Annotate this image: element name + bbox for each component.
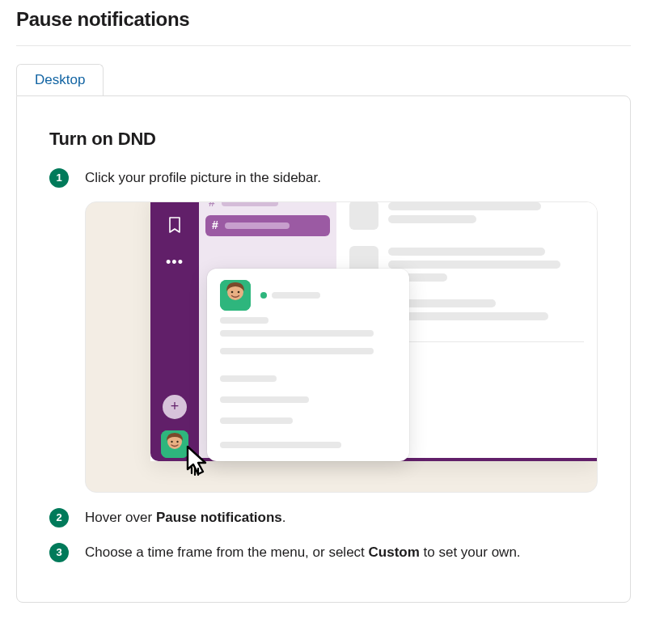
popover-avatar: [220, 280, 251, 311]
step-2-suffix: .: [282, 510, 286, 525]
step-2: Hover over Pause notifications.: [49, 507, 598, 528]
svg-point-3: [176, 440, 178, 442]
step-3: Choose a time frame from the menu, or se…: [49, 542, 598, 563]
content-panel: Turn on DND Click your profile picture i…: [16, 95, 631, 603]
section-title: Turn on DND: [49, 129, 598, 150]
hash-icon: #: [209, 201, 215, 212]
channel-item: #: [199, 201, 336, 214]
channel-item-selected: #: [205, 215, 330, 236]
bookmark-icon: [167, 217, 183, 233]
step-3-prefix: Choose a time frame from the menu, or se…: [85, 544, 369, 560]
svg-rect-4: [167, 450, 182, 458]
cursor-icon: [183, 443, 218, 485]
add-workspace-button: +: [163, 395, 187, 419]
step-1: Click your profile picture in the sideba…: [49, 167, 598, 493]
step-1-text: Click your profile picture in the sideba…: [85, 170, 321, 185]
svg-rect-9: [227, 302, 243, 311]
steps-list: Click your profile picture in the sideba…: [49, 167, 598, 563]
step-3-bold: Custom: [369, 544, 420, 560]
profile-popover: [207, 269, 409, 461]
message-avatar: [349, 201, 378, 230]
svg-point-2: [171, 440, 172, 442]
presence-dot-icon: [260, 292, 267, 299]
message-row: [336, 201, 597, 238]
slack-sidebar-rail: ••• +: [150, 201, 199, 461]
svg-point-8: [238, 290, 240, 293]
slack-window: ••• +: [150, 201, 597, 461]
svg-point-7: [231, 290, 234, 293]
more-icon: •••: [167, 254, 183, 270]
illustration: ••• +: [85, 201, 598, 493]
hash-icon: #: [212, 217, 218, 234]
step-3-suffix: to set your own.: [420, 544, 521, 560]
step-2-prefix: Hover over: [85, 510, 156, 525]
step-2-bold: Pause notifications: [156, 510, 282, 525]
tab-strip: Desktop: [16, 64, 631, 96]
page-title: Pause notifications: [16, 8, 631, 46]
tab-desktop[interactable]: Desktop: [16, 64, 104, 95]
